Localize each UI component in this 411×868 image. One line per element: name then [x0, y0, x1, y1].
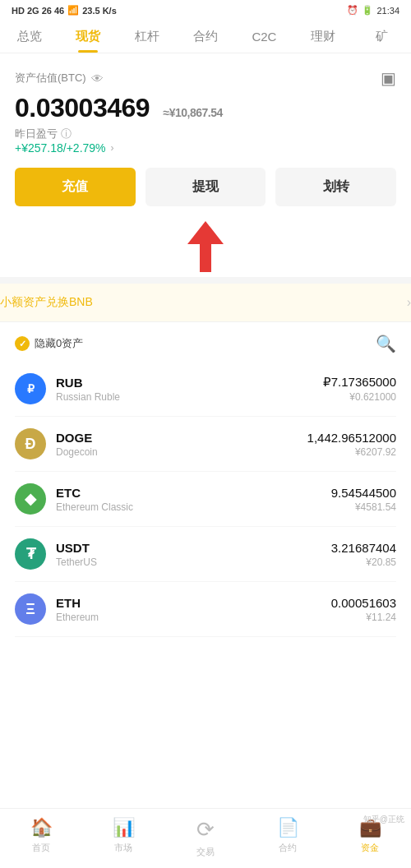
market-icon: 📊: [113, 817, 135, 838]
tab-spot[interactable]: 现货: [58, 24, 117, 53]
asset-list-header: 隐藏0资产 🔍: [15, 322, 396, 362]
nav-tabs: 总览 现货 杠杆 合约 C2C 理财 矿: [0, 19, 411, 53]
coin-info-usdt: USDT TetherUS: [56, 541, 331, 568]
coin-name-etc: ETC: [56, 486, 331, 500]
nav-trade[interactable]: ⟳ 交易: [164, 815, 247, 860]
bnb-chevron-icon: ›: [407, 295, 411, 310]
btc-value: 0.03003469: [15, 93, 150, 122]
status-right: ⏰ 🔋 21:34: [347, 5, 399, 16]
arrow-head: [187, 221, 224, 244]
section-divider: [0, 277, 411, 284]
doge-symbol: Ð: [25, 436, 36, 453]
action-buttons: 充值 提现 划转: [15, 168, 396, 206]
asset-label: 资产估值(BTC) 👁: [15, 71, 104, 85]
main-content: 资产估值(BTC) 👁 ▣ 0.03003469 ≈¥10,867.54 昨日盈…: [0, 53, 411, 272]
tab-leverage[interactable]: 杠杆: [118, 24, 176, 53]
bnb-banner-text: 小额资产兑换BNB: [0, 295, 93, 310]
nav-home[interactable]: 🏠 首页: [0, 815, 82, 860]
home-icon: 🏠: [30, 817, 53, 838]
coin-item-rub[interactable]: ₽ RUB Russian Ruble ₽7.17365000 ¥0.62100…: [15, 362, 396, 417]
coin-fullname-usdt: TetherUS: [56, 556, 331, 568]
info-icon: ⓘ: [61, 127, 72, 141]
coin-info-doge: DOGE Dogecoin: [56, 431, 307, 458]
coin-fullname-eth: Ethereum: [56, 612, 331, 623]
time-display: 21:34: [376, 6, 399, 16]
coin-info-eth: ETH Ethereum: [56, 596, 331, 623]
coin-name-doge: DOGE: [56, 431, 307, 445]
cny-value: ≈¥10,867.54: [163, 106, 222, 119]
nav-home-label: 首页: [32, 842, 50, 854]
pnl-label: 昨日盈亏 ⓘ: [15, 127, 396, 141]
hide-zero-label: 隐藏0资产: [35, 336, 83, 351]
nav-market-label: 市场: [114, 842, 132, 854]
usdt-symbol: ₮: [26, 545, 35, 563]
coin-name-usdt: USDT: [56, 541, 331, 555]
coin-icon-usdt: ₮: [15, 538, 46, 570]
tab-contract[interactable]: 合约: [176, 24, 234, 53]
check-icon: [15, 336, 30, 351]
eye-icon[interactable]: 👁: [91, 72, 104, 85]
coin-fullname-etc: Ethereum Classic: [56, 501, 331, 513]
tab-c2c[interactable]: C2C: [235, 25, 293, 52]
signal-icons: HD 2G 26 46: [12, 6, 64, 16]
coin-cny-usdt: ¥20.85: [331, 556, 396, 568]
coin-cny-doge: ¥6207.92: [307, 446, 396, 458]
status-bar: HD 2G 26 46 📶 23.5 K/s ⏰ 🔋 21:34: [0, 0, 411, 19]
coin-values-etc: 9.54544500 ¥4581.54: [331, 486, 396, 513]
coin-name-eth: ETH: [56, 596, 331, 610]
battery-icon: 🔋: [362, 5, 373, 16]
coin-amount-etc: 9.54544500: [331, 486, 396, 500]
trade-icon: ⟳: [196, 817, 215, 843]
bnb-banner[interactable]: 小额资产兑换BNB ›: [0, 284, 411, 322]
nav-assets-label: 资金: [361, 842, 379, 854]
futures-icon: 📄: [277, 817, 299, 838]
nav-trade-label: 交易: [196, 846, 215, 858]
transfer-button[interactable]: 划转: [275, 168, 396, 206]
coin-amount-rub: ₽7.17365000: [323, 375, 396, 390]
recharge-button[interactable]: 充值: [15, 168, 136, 206]
coin-fullname-doge: Dogecoin: [56, 446, 307, 458]
pnl-value: +¥257.18/+2.79%: [15, 141, 106, 155]
coin-cny-rub: ¥0.621000: [323, 391, 396, 403]
withdraw-button[interactable]: 提现: [145, 168, 266, 206]
coin-item-eth[interactable]: Ξ ETH Ethereum 0.00051603 ¥11.24: [15, 582, 396, 637]
coin-item-doge[interactable]: Ð DOGE Dogecoin 1,442.96512000 ¥6207.92: [15, 417, 396, 472]
coin-fullname-rub: Russian Ruble: [56, 391, 323, 403]
bottom-nav: 🏠 首页 📊 市场 ⟳ 交易 📄 合约 💼 资金: [0, 808, 411, 868]
coin-icon-rub: ₽: [15, 373, 46, 404]
coin-cny-eth: ¥11.24: [331, 612, 396, 623]
coin-info-etc: ETC Ethereum Classic: [56, 486, 331, 513]
coin-values-usdt: 3.21687404 ¥20.85: [331, 541, 396, 568]
search-icon[interactable]: 🔍: [376, 334, 396, 353]
coin-item-usdt[interactable]: ₮ USDT TetherUS 3.21687404 ¥20.85: [15, 527, 396, 582]
tab-overview[interactable]: 总览: [0, 24, 58, 53]
asset-list-section: 隐藏0资产 🔍 ₽ RUB Russian Ruble ₽7.17365000 …: [0, 322, 411, 703]
tab-mining[interactable]: 矿: [353, 24, 411, 53]
asset-header: 资产估值(BTC) 👁 ▣: [15, 68, 396, 88]
coin-amount-usdt: 3.21687404: [331, 541, 396, 555]
eth-symbol: Ξ: [25, 601, 35, 618]
coin-cny-etc: ¥4581.54: [331, 501, 396, 513]
coin-icon-etc: ◆: [15, 483, 46, 515]
asset-pnl: +¥257.18/+2.79% ›: [15, 141, 396, 155]
qr-icon[interactable]: ▣: [381, 68, 396, 88]
etc-symbol: ◆: [25, 490, 36, 508]
nav-futures[interactable]: 📄 合约: [247, 815, 329, 860]
nav-market[interactable]: 📊 市场: [82, 815, 164, 860]
pnl-chevron: ›: [111, 142, 114, 154]
coin-values-eth: 0.00051603 ¥11.24: [331, 596, 396, 623]
coin-values-doge: 1,442.96512000 ¥6207.92: [307, 431, 396, 458]
coin-info-rub: RUB Russian Ruble: [56, 376, 323, 403]
asset-label-text: 资产估值(BTC): [15, 71, 86, 85]
coin-icon-doge: Ð: [15, 428, 46, 459]
hide-zero-toggle[interactable]: 隐藏0资产: [15, 336, 83, 351]
wifi-icon: 📶: [67, 5, 79, 16]
up-arrow: [187, 221, 224, 272]
asset-value: 0.03003469 ≈¥10,867.54: [15, 93, 396, 123]
network-speed: 23.5 K/s: [82, 6, 117, 16]
coin-amount-eth: 0.00051603: [331, 596, 396, 610]
coin-amount-doge: 1,442.96512000: [307, 431, 396, 445]
status-left: HD 2G 26 46 📶 23.5 K/s: [12, 5, 117, 16]
tab-finance[interactable]: 理财: [293, 24, 352, 53]
coin-item-etc[interactable]: ◆ ETC Ethereum Classic 9.54544500 ¥4581.…: [15, 472, 396, 527]
